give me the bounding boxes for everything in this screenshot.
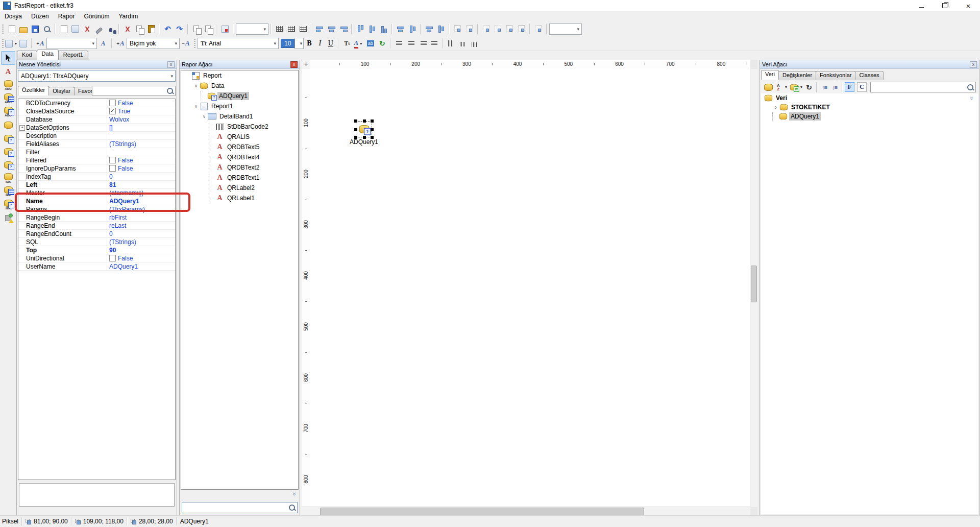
property-row-filtered[interactable]: FilteredFalse: [18, 156, 175, 164]
adquery-object[interactable]: ?: [356, 121, 372, 137]
tree-item-report[interactable]: Report: [181, 70, 298, 81]
report-tree-search-input[interactable]: [182, 502, 298, 513]
toolbar-grip[interactable]: [194, 39, 195, 48]
property-row-rangeendcount[interactable]: RangeEndCount0: [18, 230, 175, 238]
report-tree-header[interactable]: Rapor Ağacı x: [180, 60, 300, 69]
tree-item-data[interactable]: ∨Data: [181, 81, 298, 91]
tree-item-qrdbtext5[interactable]: AQRDBText5: [181, 142, 298, 152]
refresh-dropdown-arrow[interactable]: ▾: [799, 85, 804, 89]
property-row-unidirectional[interactable]: UniDirectionalFalse: [18, 254, 175, 262]
palette-db-query-ado-button[interactable]: ?ADO: [2, 105, 15, 118]
align-bottoms-button[interactable]: [378, 23, 389, 35]
combo-end[interactable]: ▾: [549, 23, 582, 35]
property-value[interactable]: False: [107, 165, 175, 172]
frame-bottom-button[interactable]: [492, 23, 504, 35]
valign-top-button[interactable]: [445, 38, 457, 50]
property-value[interactable]: (TStrings): [107, 238, 175, 246]
palette-component-button[interactable]: [2, 211, 15, 224]
undo-button[interactable]: ↶: [162, 23, 174, 35]
property-row-rangeend[interactable]: RangeEndreLast: [18, 222, 175, 230]
palette-db-ibx-button[interactable]: IBX: [2, 172, 15, 184]
property-row-indextag[interactable]: IndexTag0: [18, 173, 175, 181]
menu-görünüm[interactable]: Görünüm: [79, 12, 114, 21]
chevron-expanded-icon[interactable]: ∨: [192, 83, 200, 88]
tree-item-report1[interactable]: ∨Report1: [181, 101, 298, 111]
align-vcenters-button[interactable]: [366, 23, 378, 35]
sort-button[interactable]: AZ: [773, 82, 783, 92]
new-dialog-button[interactable]: [69, 23, 81, 35]
vertical-scrollbar-thumb[interactable]: [751, 266, 757, 302]
maximize-button[interactable]: [933, 0, 957, 11]
valign-bottom-button[interactable]: [469, 38, 480, 50]
property-row-username[interactable]: UserNameADQuery1: [18, 262, 175, 271]
property-row-database[interactable]: DatabaseWolvox: [18, 115, 175, 124]
resize-handle[interactable]: [354, 128, 357, 131]
new-report-button[interactable]: [6, 23, 17, 35]
rotate-text-button[interactable]: ↻: [376, 38, 388, 50]
property-search-input[interactable]: [92, 86, 176, 96]
same-width-button[interactable]: [452, 23, 463, 35]
menu-rapor[interactable]: Rapor: [54, 12, 80, 21]
property-value[interactable]: 0: [107, 230, 175, 237]
format-combo[interactable]: Biçim yok▾: [127, 38, 180, 49]
menu-düzen[interactable]: Düzen: [27, 12, 54, 21]
property-row-name[interactable]: NameADQuery1: [18, 197, 175, 205]
data-tree-header[interactable]: Veri Ağacı x: [760, 60, 979, 69]
minimize-button[interactable]: [910, 0, 933, 11]
checkbox-checked[interactable]: ✓: [109, 108, 116, 114]
same-height-button[interactable]: [463, 23, 475, 35]
copy-button[interactable]: [133, 23, 145, 35]
combo-frame[interactable]: ▾: [236, 23, 268, 35]
underline-button[interactable]: U: [325, 38, 336, 50]
property-row-description[interactable]: Description: [18, 132, 175, 140]
refresh-data-button[interactable]: ⇄: [789, 82, 799, 92]
fields-toggle-button[interactable]: F: [845, 82, 854, 92]
frame-top-button[interactable]: [480, 23, 492, 35]
report-canvas[interactable]: ? ADQuery1: [310, 69, 750, 507]
property-value[interactable]: ADQuery1: [107, 263, 175, 270]
property-value[interactable]: reLast: [107, 222, 175, 229]
new-page-button[interactable]: [58, 23, 69, 35]
find-button[interactable]: [105, 23, 116, 35]
property-row-params[interactable]: Params(TfrxParams): [18, 205, 175, 213]
property-row-left[interactable]: Left81: [18, 181, 175, 189]
align-right-button[interactable]: [416, 38, 428, 50]
palette-pointer-button[interactable]: [1, 51, 15, 65]
font-size-value[interactable]: 10: [281, 39, 295, 48]
report-tree-expand-button[interactable]: «: [290, 492, 298, 496]
resize-handle[interactable]: [354, 119, 357, 123]
vertical-scrollbar[interactable]: [750, 69, 757, 507]
tree-item-qrdbtext4[interactable]: AQRDBText4: [181, 152, 298, 162]
text-rotation-button[interactable]: Tt: [341, 38, 353, 50]
inspector-tab-olaylar[interactable]: Olaylar: [48, 87, 75, 95]
inspector-header[interactable]: Nesne Yöneticisi x: [17, 60, 177, 69]
close-button[interactable]: ×: [957, 0, 980, 11]
fit-to-grid-button[interactable]: [297, 23, 309, 35]
align-hcenters-button[interactable]: [326, 23, 337, 35]
align-lefts-button[interactable]: [314, 23, 326, 35]
format-painter-add-button[interactable]: +A: [114, 38, 127, 49]
palette-db-query-button[interactable]: ?: [2, 158, 15, 171]
property-value[interactable]: 81: [107, 181, 175, 188]
property-value[interactable]: ADQuery1: [107, 198, 175, 205]
preview-button[interactable]: [41, 23, 53, 35]
send-to-back-button[interactable]: [202, 23, 214, 35]
ruler-origin-button[interactable]: +: [302, 60, 311, 69]
property-row-rangebegin[interactable]: RangeBeginrbFirst: [18, 213, 175, 222]
resize-handle[interactable]: [371, 128, 374, 131]
highlight-button[interactable]: ab: [364, 38, 376, 50]
checkbox-unchecked[interactable]: [109, 165, 116, 172]
align-tops-button[interactable]: [354, 23, 366, 35]
palette-db-table-ado-button[interactable]: ADO: [2, 92, 15, 105]
menu-yardım[interactable]: Yardım: [114, 12, 142, 21]
sort-dropdown-arrow[interactable]: ▾: [783, 85, 789, 89]
align-left-button[interactable]: [393, 38, 405, 50]
palette-text-button[interactable]: A: [2, 65, 15, 78]
tree-item-detailband1[interactable]: ∨DetailBand1: [181, 111, 298, 122]
chevron-expanded-icon[interactable]: ∨: [201, 114, 208, 119]
property-value[interactable]: 90: [107, 247, 175, 254]
palette-db-button[interactable]: [2, 118, 15, 131]
chevron-expanded-icon[interactable]: ∨: [192, 104, 200, 109]
expand-icon[interactable]: +: [19, 125, 25, 131]
property-value[interactable]: (TfrxParams): [107, 206, 175, 213]
